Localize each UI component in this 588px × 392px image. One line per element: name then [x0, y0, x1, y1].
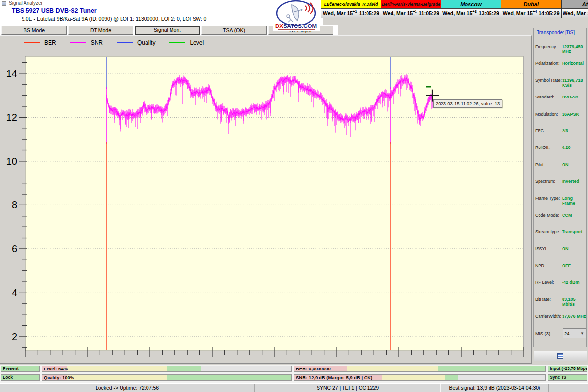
field-label: Pilot: — [535, 162, 562, 167]
meter-present: Present — [1, 366, 40, 372]
logo-rest: SATCS.COM — [283, 23, 317, 29]
field-value: Inverted — [562, 179, 579, 184]
mis-value: 24 — [564, 331, 570, 336]
chart-legend: BERSNRQualityLevel — [24, 39, 204, 46]
transponder-row: RF Level:-42 dBm — [535, 280, 586, 296]
field-label: RF Level: — [535, 280, 562, 285]
legend-line-icon — [117, 42, 133, 43]
clock-city: Dubai — [501, 0, 561, 9]
clock-time: Wed, Mar 15+111:05:29 — [321, 9, 381, 18]
field-label: Symbol Rate: — [535, 78, 562, 83]
stream-list-button[interactable] — [534, 351, 587, 361]
status-best-signal: Best signal: 13,9 dB (2023-03-14 04:30) — [441, 384, 549, 392]
field-value: 12379,450 MHz — [562, 44, 586, 54]
status-sync-counters: SYNC 27 | TEI 1 | CC 1229 — [255, 384, 441, 392]
tuner-title: TBS 5927 USB DVB-S2 Tuner — [12, 7, 97, 14]
field-label: RollOff: — [535, 145, 562, 150]
transponder-row: FEC:2/3 — [535, 128, 586, 145]
field-label: Spectrum: — [535, 179, 562, 184]
meter-input-23-78-mbps-: Input (~23,78 Mbps) — [548, 366, 587, 372]
field-label: ISSYI — [535, 246, 562, 251]
meter-sync-ts: Sync TS — [548, 374, 587, 381]
transponder-row: ISSYION — [535, 246, 586, 263]
meter-lock: Lock — [1, 374, 40, 381]
transponder-row: Modulation:16APSK — [535, 112, 586, 128]
clock-lu-enec-slovakia-r-d-vid: Lučenec-Slovakia_R.DávidWed, Mar 15+111:… — [321, 0, 381, 18]
field-value: 37,676 MHz — [562, 314, 586, 318]
field-label: NPD: — [535, 263, 562, 268]
transponder-row: Frequency:12379,450 MHz — [535, 44, 586, 61]
field-value: OFF — [562, 263, 571, 268]
field-label: Standard: — [535, 95, 562, 99]
field-value: -42 dBm — [562, 280, 580, 285]
clock-dubai: DubaiWed, Mar 15+414:05:29 — [501, 0, 562, 18]
field-label: CarrierWidth: — [535, 314, 562, 318]
meter-ber: BER: 0,0000000 — [294, 366, 546, 372]
tab-signal-mon-[interactable]: Signal Mon. — [135, 26, 200, 35]
transponder-row: Frame Type:Long Frame — [535, 196, 586, 213]
legend-label: Level — [190, 39, 204, 46]
field-value: ON — [562, 162, 569, 167]
signal-monitor-panel — [0, 35, 532, 364]
transponder-row: NPD:OFF — [535, 263, 586, 280]
clock-time: Wed, Mar 15+414:05:29 — [501, 9, 561, 18]
field-label: Modulation: — [535, 112, 562, 117]
legend-item-level: Level — [169, 39, 204, 46]
clock-city: Moscow — [441, 0, 501, 9]
transponder-row: Stream type:Transport — [535, 229, 586, 246]
transponder-row: Polarization:Horizontal — [535, 61, 586, 77]
chart-tooltip: 2023-03-15 11.02.26, value: 13 — [433, 99, 502, 108]
field-label: FEC: — [535, 128, 562, 133]
legend-label: Quality — [137, 39, 155, 46]
clock-moscow: MoscowWed, Mar 15+313:05:29 — [441, 0, 501, 18]
transponder-title: Transponder [BS] — [536, 30, 576, 35]
status-bar: Locked -> Uptime: 72:07:56 SYNC 27 | TEI… — [0, 383, 588, 392]
tuner-subtitle: 9.0E - Eutelsat 9B/Ka-Sat 9A (ID: 0090) … — [22, 16, 206, 22]
field-value: 83,105 Mbit/s — [562, 297, 586, 307]
field-value: ON — [562, 246, 569, 251]
field-value: Long Frame — [562, 196, 586, 206]
world-clocks: Lučenec-Slovakia_R.DávidWed, Mar 15+111:… — [321, 0, 588, 18]
meter-level: Level: 64% — [42, 366, 292, 372]
clock-city: Lučenec-Slovakia_R.Dávid — [321, 0, 381, 9]
mis-dropdown[interactable]: 24 ▼ — [563, 328, 586, 338]
field-label: Polarization: — [535, 61, 562, 66]
status-lock-uptime: Locked -> Uptime: 72:07:56 — [0, 384, 255, 392]
meter-snr: SNR: 12,9 dB (Margin: 5,9 dB | OK) — [294, 374, 546, 381]
mis-label: MIS (3): — [535, 331, 552, 336]
clock-time: Wed, Mar 15+111:05:29 — [381, 9, 441, 18]
stream-list-icon — [557, 353, 564, 359]
field-label: Frequency: — [535, 44, 562, 49]
transponder-row: BitRate:83,105 Mbit/s — [535, 297, 586, 314]
field-value: CCM — [562, 213, 572, 218]
tab-dt-mode[interactable]: DT Mode — [68, 26, 133, 35]
transponder-row: RollOff:0.20 — [535, 145, 586, 162]
field-value: DVB-S2 — [562, 95, 578, 99]
tab-bs-mode[interactable]: BS Mode — [1, 26, 67, 35]
field-label: Code Mode: — [535, 213, 562, 218]
clock-time: Wed, Mar 15+212:05:29 — [562, 9, 588, 18]
field-label: Stream type: — [535, 229, 562, 234]
svg-text:DXSATCS.COM: DXSATCS.COM — [275, 23, 317, 29]
field-value: Horizontal — [562, 61, 584, 66]
transponder-row: Spectrum:Inverted — [535, 179, 586, 196]
transponder-row: Symbol Rate:31396,718 KS/s — [535, 78, 586, 95]
field-value: 0.20 — [562, 145, 571, 150]
clock-athens: AthensWed, Mar 15+212:05:29 — [562, 0, 588, 18]
field-value: 31396,718 KS/s — [562, 78, 586, 88]
tab-tsa-ok-[interactable]: TSA (OK) — [201, 26, 267, 35]
legend-line-icon — [169, 42, 185, 43]
logo-dx: DX — [275, 23, 283, 29]
legend-item-quality: Quality — [117, 39, 155, 46]
dxsatcs-logo: DXSATCS.COM — [273, 0, 320, 31]
legend-item-snr: SNR — [70, 39, 103, 46]
field-value: 16APSK — [562, 112, 579, 117]
clock-berlin-paris-vienna-belgrade: Berlin-Paris-Vienna-BelgradeWed, Mar 15+… — [381, 0, 441, 18]
legend-item-ber: BER — [24, 39, 56, 46]
transponder-row: Standard:DVB-S2 — [535, 95, 586, 111]
field-value: Transport — [562, 229, 583, 234]
window-title: Signal Analyzer — [9, 0, 43, 6]
field-label: BitRate: — [535, 297, 562, 302]
transponder-fields: Frequency:12379,450 MHzPolarization:Hori… — [535, 44, 586, 331]
legend-label: BER — [44, 39, 56, 46]
